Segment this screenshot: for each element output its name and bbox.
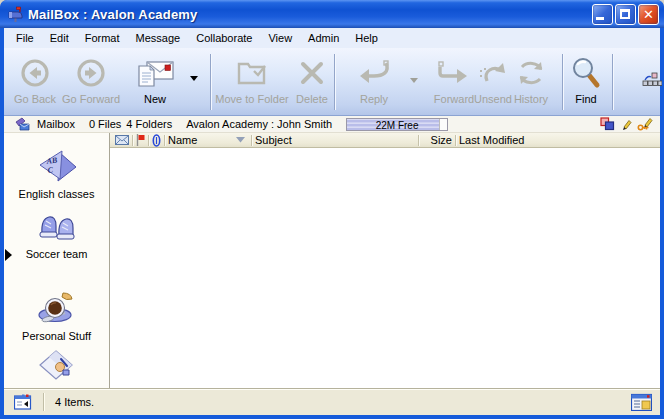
- delete-label: Delete: [296, 93, 328, 105]
- go-forward-button[interactable]: Go Forward: [60, 54, 122, 112]
- quota-free-cap: [439, 119, 447, 130]
- delete-button[interactable]: Delete: [290, 54, 334, 112]
- move-to-folder-button[interactable]: Move to Folder: [214, 54, 290, 112]
- infobar-files-count: 0 Files: [89, 118, 121, 130]
- statusbar-separator: [43, 393, 45, 411]
- header-separator: [164, 135, 165, 146]
- menu-format[interactable]: Format: [77, 28, 128, 48]
- journal-pen-icon: [37, 349, 77, 385]
- list-header-row: Name Subject Size Last Modified: [110, 133, 660, 148]
- column-header-size[interactable]: Size: [422, 134, 452, 146]
- move-to-folder-label: Move to Folder: [215, 93, 288, 105]
- forward-circle-icon: [75, 54, 107, 91]
- maximize-button[interactable]: [615, 4, 636, 25]
- menu-admin[interactable]: Admin: [300, 28, 347, 48]
- sidebar-item-soccer-team[interactable]: Soccer team: [4, 209, 109, 260]
- mailbox-icon: [7, 6, 24, 23]
- window-title: MailBox : Avalon Academy: [28, 7, 198, 22]
- header-separator: [418, 135, 419, 146]
- unsend-arrow-icon: [477, 54, 509, 91]
- app-window: MailBox : Avalon Academy ✕ File Edit For…: [0, 0, 664, 419]
- info-bar: Mailbox 0 Files 4 Folders Avalon Academy…: [4, 116, 660, 133]
- reply-label: Reply: [360, 93, 388, 105]
- sidebar-item-personal-stuff[interactable]: Personal Stuff: [4, 289, 109, 342]
- toolbar-separator: [210, 54, 212, 110]
- status-bar: 4 Items.: [4, 388, 660, 415]
- sidebar-item-label: Personal Stuff: [22, 330, 91, 342]
- protected-pencil-icon[interactable]: [637, 117, 654, 131]
- window-body: File Edit Format Message Collaborate Vie…: [4, 28, 660, 415]
- coffee-cup-icon: [35, 289, 79, 327]
- items-count: 4 Items.: [55, 396, 94, 408]
- mailbox-small-icon: [14, 117, 31, 131]
- header-separator: [251, 135, 252, 146]
- forward-arrow-icon: [434, 54, 474, 91]
- go-forward-label: Go Forward: [62, 93, 120, 105]
- delete-x-icon: [299, 54, 325, 91]
- menu-help[interactable]: Help: [347, 28, 386, 48]
- minimize-button[interactable]: [592, 4, 613, 25]
- infobar-account: Avalon Academy : John Smith: [186, 118, 332, 130]
- split-view-icon[interactable]: [631, 393, 652, 411]
- menu-file[interactable]: File: [8, 28, 42, 48]
- sidebar-item-english-classes[interactable]: AB C English classes: [4, 149, 109, 200]
- find-magnifier-icon: [571, 54, 601, 91]
- flag-column-icon[interactable]: [136, 134, 145, 146]
- title-bar[interactable]: MailBox : Avalon Academy ✕: [0, 0, 664, 28]
- pane-toggle-icon[interactable]: [14, 394, 33, 410]
- toolbar-separator: [334, 54, 336, 110]
- toolbar-separator: [612, 54, 614, 110]
- new-button[interactable]: New: [126, 54, 184, 112]
- history-button[interactable]: History: [506, 54, 556, 112]
- envelope-column-icon[interactable]: [115, 135, 129, 145]
- edit-pencil-icon[interactable]: [620, 118, 632, 131]
- sidebar-item-label: Soccer team: [26, 248, 88, 260]
- forward-label: Forward: [434, 93, 474, 105]
- header-separator: [455, 135, 456, 146]
- menu-edit[interactable]: Edit: [42, 28, 77, 48]
- column-header-subject[interactable]: Subject: [255, 134, 415, 146]
- new-message-icon: [133, 54, 177, 91]
- toolbar: Go Back Go Forward: [4, 48, 660, 116]
- abc-folder-icon: AB C: [36, 149, 78, 185]
- column-header-name[interactable]: Name: [168, 134, 236, 146]
- folder-sidebar: AB C English classes: [4, 133, 110, 388]
- quota-label: 22M Free: [376, 120, 419, 131]
- permissions-icon[interactable]: [600, 117, 615, 131]
- message-list-area[interactable]: [111, 148, 660, 388]
- folder-move-icon: [234, 54, 270, 91]
- header-separator: [148, 135, 149, 146]
- header-separator: [132, 135, 133, 146]
- sidebar-splitter-handle[interactable]: [4, 246, 14, 264]
- infobar-folders-count: 4 Folders: [126, 118, 172, 130]
- find-label: Find: [575, 93, 596, 105]
- close-button[interactable]: ✕: [638, 4, 659, 25]
- connect-icon[interactable]: [642, 72, 662, 88]
- reply-button[interactable]: Reply: [348, 54, 400, 112]
- new-dropdown-arrow-icon[interactable]: [190, 76, 198, 81]
- history-label: History: [514, 93, 548, 105]
- history-icon: [514, 54, 548, 91]
- go-back-button[interactable]: Go Back: [8, 54, 62, 112]
- menu-view[interactable]: View: [260, 28, 300, 48]
- splitter-arrow-icon: [5, 249, 12, 261]
- reply-arrow-icon: [355, 54, 393, 91]
- sneakers-icon: [36, 209, 78, 245]
- attachment-column-icon[interactable]: [152, 134, 161, 147]
- toolbar-separator: [562, 54, 564, 110]
- sidebar-item-label: English classes: [19, 188, 95, 200]
- menu-bar: File Edit Format Message Collaborate Vie…: [4, 28, 660, 48]
- quota-bar: 22M Free: [346, 118, 448, 131]
- menu-message[interactable]: Message: [128, 28, 189, 48]
- new-label: New: [144, 93, 166, 105]
- sort-arrow-icon[interactable]: [236, 137, 245, 143]
- back-circle-icon: [19, 54, 51, 91]
- reply-dropdown-arrow-icon[interactable]: [410, 78, 418, 83]
- find-button[interactable]: Find: [566, 54, 606, 112]
- go-back-label: Go Back: [14, 93, 56, 105]
- infobar-location: Mailbox: [37, 118, 75, 130]
- column-header-last-modified[interactable]: Last Modified: [459, 134, 524, 146]
- menu-collaborate[interactable]: Collaborate: [188, 28, 260, 48]
